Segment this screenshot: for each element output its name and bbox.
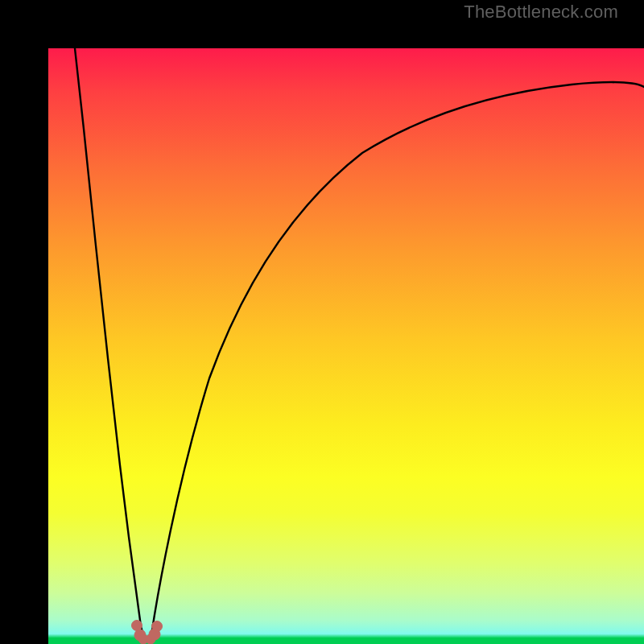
svg-point-5 [152, 621, 163, 632]
plot-area [48, 48, 644, 644]
curve-right-branch [151, 82, 644, 641]
marker-cluster [132, 621, 163, 645]
watermark-text: TheBottleneck.com [464, 2, 618, 23]
chart-frame [0, 0, 644, 644]
curve-left-branch [75, 48, 145, 641]
curve-layer [48, 48, 644, 644]
